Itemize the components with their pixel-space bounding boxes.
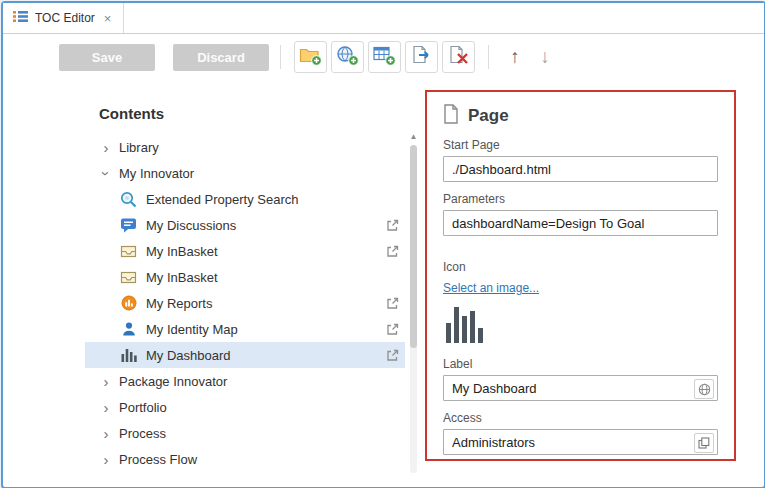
add-item-button[interactable] <box>331 41 364 73</box>
select-image-link[interactable]: Select an image... <box>443 281 539 295</box>
tree-item-my-discussions[interactable]: My Discussions <box>85 212 405 238</box>
inbasket-icon <box>119 244 138 259</box>
dashboard-icon <box>119 348 138 362</box>
label-field-label: Label <box>443 357 718 371</box>
scrollbar-thumb[interactable] <box>410 145 417 348</box>
delete-page-button[interactable] <box>442 41 475 73</box>
external-link-icon[interactable] <box>386 349 399 362</box>
toc-editor-icon <box>13 10 28 26</box>
chevron-right-icon: › <box>101 426 111 441</box>
scrollbar-track[interactable] <box>410 145 417 473</box>
tree-item-my-reports[interactable]: My Reports <box>85 290 405 316</box>
dashboard-icon-preview <box>445 305 718 347</box>
tree-title: Contents <box>99 105 419 122</box>
external-link-icon[interactable] <box>386 245 399 258</box>
tab-close-icon[interactable]: × <box>104 12 112 25</box>
multilingual-globe-icon[interactable] <box>694 379 714 399</box>
parameters-label: Parameters <box>443 192 718 206</box>
external-link-icon[interactable] <box>386 297 399 310</box>
picker-copy-icon[interactable] <box>694 433 714 453</box>
label-input[interactable] <box>443 375 718 401</box>
toc-editor-window: TOC Editor × Save Discard <box>1 1 765 488</box>
add-item-icon <box>336 45 359 70</box>
icon-label: Icon <box>443 260 718 274</box>
page-properties-panel: Page Start Page Parameters Icon Select a… <box>425 90 736 461</box>
tree-item-extended-property-search[interactable]: Extended Property Search <box>85 186 405 212</box>
tree-item-my-inbasket-1[interactable]: My InBasket <box>85 238 405 264</box>
add-grid-icon <box>373 45 396 70</box>
tree-item-my-inbasket-2[interactable]: My InBasket <box>85 264 405 290</box>
discard-button[interactable]: Discard <box>173 44 269 71</box>
tab-title: TOC Editor <box>35 11 95 25</box>
chevron-down-icon: › <box>99 168 114 178</box>
tree-scrollbar[interactable]: ▲ <box>408 131 419 473</box>
external-link-icon[interactable] <box>386 219 399 232</box>
start-page-label: Start Page <box>443 138 718 152</box>
panel-title: Page <box>468 106 509 126</box>
discussions-icon <box>119 217 138 233</box>
inbasket-icon <box>119 270 138 285</box>
property-search-icon <box>119 191 138 207</box>
tab-toc-editor[interactable]: TOC Editor × <box>3 3 124 33</box>
identity-icon <box>119 321 138 337</box>
tree-item-portfolio[interactable]: › Portfolio <box>85 394 405 420</box>
export-page-icon <box>411 45 433 69</box>
tree-item-package-innovator[interactable]: › Package Innovator <box>85 368 405 394</box>
page-icon <box>443 104 459 128</box>
export-page-button[interactable] <box>405 41 438 73</box>
chevron-right-icon: › <box>101 452 111 467</box>
add-folder-icon <box>299 45 322 70</box>
external-link-icon[interactable] <box>386 323 399 336</box>
access-label: Access <box>443 411 718 425</box>
delete-page-icon <box>448 45 470 69</box>
tree-item-process-flow[interactable]: › Process Flow <box>85 446 405 472</box>
chevron-right-icon: › <box>101 140 111 155</box>
reports-icon <box>119 295 138 311</box>
access-input[interactable] <box>443 429 718 455</box>
tree-item-my-innovator[interactable]: › My Innovator <box>85 160 405 186</box>
tree-item-library[interactable]: › Library <box>85 134 405 160</box>
move-up-button[interactable]: ↑ <box>500 46 530 68</box>
tab-bar: TOC Editor × <box>3 3 764 34</box>
scrollbar-up-icon[interactable]: ▲ <box>408 131 419 143</box>
toolbar: Save Discard <box>3 34 764 80</box>
move-down-button[interactable]: ↓ <box>530 46 560 68</box>
parameters-input[interactable] <box>443 210 718 236</box>
tree-item-my-dashboard[interactable]: My Dashboard <box>85 342 405 368</box>
add-grid-button[interactable] <box>368 41 401 73</box>
tree-item-my-identity-map[interactable]: My Identity Map <box>85 316 405 342</box>
toolbar-separator <box>280 45 281 69</box>
chevron-right-icon: › <box>101 374 111 389</box>
save-button[interactable]: Save <box>59 44 155 71</box>
start-page-input[interactable] <box>443 156 718 182</box>
tree-item-process[interactable]: › Process <box>85 420 405 446</box>
contents-tree: Contents › Library › My Innovator Extend… <box>85 77 419 481</box>
chevron-right-icon: › <box>101 400 111 415</box>
add-folder-button[interactable] <box>294 41 327 73</box>
toolbar-separator <box>488 45 489 69</box>
